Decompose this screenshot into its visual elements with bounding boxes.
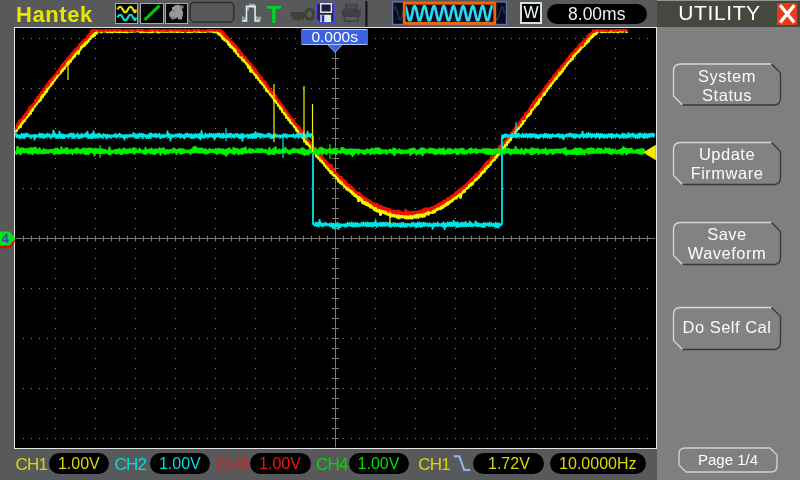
svg-text:4: 4 — [2, 231, 10, 246]
